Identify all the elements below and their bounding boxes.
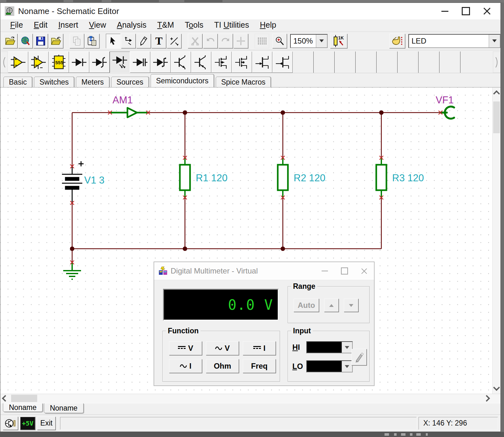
symbol-edit-button[interactable] bbox=[167, 34, 181, 48]
component-zener-diode-button[interactable] bbox=[89, 52, 110, 73]
background-window-strip-right bbox=[501, 3, 504, 432]
import-file-button[interactable] bbox=[49, 34, 63, 48]
origin-button[interactable] bbox=[234, 34, 248, 48]
input-group: Input HI LO bbox=[288, 331, 370, 382]
open-file-button[interactable] bbox=[3, 34, 17, 48]
component-varicap-button[interactable] bbox=[130, 52, 150, 73]
menu-view[interactable]: View bbox=[84, 20, 112, 31]
exit-button[interactable]: Exit bbox=[37, 417, 56, 430]
schematic-canvas[interactable]: AM1 VF1 V1 3 R1 120 R2 120 R3 120 bbox=[0, 87, 501, 394]
component-pnp-button[interactable] bbox=[191, 52, 211, 73]
function-dc-volts-button[interactable]: V bbox=[169, 341, 202, 355]
menu-tm[interactable]: T&M bbox=[152, 20, 180, 31]
menu-insert[interactable]: Insert bbox=[53, 20, 84, 31]
function-freq-button[interactable]: Freq bbox=[243, 359, 276, 373]
zoom-level-dropdown[interactable] bbox=[316, 35, 327, 47]
paste-button[interactable] bbox=[85, 34, 99, 48]
symbol-edit-icon bbox=[169, 36, 179, 46]
component-select-combo[interactable]: LED bbox=[408, 34, 501, 48]
component-opamp-button[interactable] bbox=[8, 52, 28, 73]
vertical-scroll-thumb[interactable] bbox=[493, 101, 500, 133]
input-lo-dropdown[interactable] bbox=[342, 361, 352, 372]
component-jfet-n-button[interactable] bbox=[252, 52, 272, 73]
vertical-scrollbar[interactable] bbox=[492, 87, 501, 394]
zoom-button[interactable] bbox=[272, 34, 287, 48]
grid-toggle-button[interactable] bbox=[255, 34, 269, 48]
open-web-button[interactable] bbox=[18, 34, 33, 48]
copy-button[interactable] bbox=[70, 34, 84, 48]
component-diode-button[interactable] bbox=[69, 52, 89, 73]
menu-help[interactable]: Help bbox=[255, 20, 282, 31]
function-dc-amps-button[interactable]: I bbox=[243, 341, 276, 355]
maximize-icon bbox=[341, 267, 348, 274]
close-button[interactable] bbox=[476, 4, 497, 18]
maximize-button[interactable] bbox=[455, 4, 476, 18]
power-5v-button[interactable]: +5V bbox=[20, 417, 35, 430]
range-auto-button[interactable]: Auto bbox=[294, 299, 319, 312]
menu-file[interactable]: File bbox=[5, 20, 28, 31]
menu-analysis[interactable]: Analysis bbox=[112, 20, 152, 31]
component-bar: 555 bbox=[0, 50, 501, 73]
opamp-power-icon bbox=[31, 55, 46, 70]
tab-switches[interactable]: Switches bbox=[34, 77, 74, 87]
multimeter-minimize-button[interactable] bbox=[315, 265, 335, 277]
cut-button[interactable] bbox=[188, 34, 202, 48]
tab-semiconductors[interactable]: Semiconductors bbox=[151, 74, 214, 87]
component-npn-button[interactable] bbox=[171, 52, 191, 73]
maximize-icon bbox=[462, 7, 470, 15]
multimeter-maximize-button[interactable] bbox=[335, 265, 354, 277]
component-jfet-p-button[interactable] bbox=[272, 52, 293, 73]
redo-icon bbox=[221, 37, 230, 45]
last-component-button[interactable]: 1K bbox=[330, 34, 347, 48]
horizontal-scroll-thumb[interactable] bbox=[11, 395, 37, 402]
tab-meters[interactable]: Meters bbox=[76, 77, 109, 87]
function-ac-amps-button[interactable]: I bbox=[169, 359, 202, 373]
zoom-level-combo[interactable]: 150% bbox=[290, 34, 328, 48]
save-button[interactable] bbox=[33, 34, 48, 48]
menu-edit[interactable]: Edit bbox=[28, 20, 53, 31]
doc-tab-noname-1[interactable]: Noname bbox=[3, 403, 43, 412]
component-555-timer-button[interactable]: 555 bbox=[49, 52, 69, 73]
input-hi-combo[interactable] bbox=[306, 341, 353, 353]
scroll-down-button[interactable] bbox=[493, 385, 501, 390]
multimeter-title-bar[interactable]: Digital Multimeter - Virtual bbox=[154, 262, 374, 280]
tab-spice-macros[interactable]: Spice Macros bbox=[216, 77, 271, 87]
component-scroll-right[interactable] bbox=[493, 52, 501, 73]
function-ac-volts-button[interactable]: V bbox=[206, 341, 239, 355]
redo-button[interactable] bbox=[218, 34, 233, 48]
horizontal-scrollbar[interactable] bbox=[0, 394, 501, 403]
transistor-mode-button[interactable] bbox=[3, 417, 18, 430]
scroll-left-button[interactable] bbox=[3, 396, 8, 402]
input-lo-combo[interactable] bbox=[306, 360, 353, 372]
scroll-up-button[interactable] bbox=[493, 91, 501, 96]
resistor3-label: R3 120 bbox=[392, 172, 424, 184]
function-ohm-button[interactable]: Ohm bbox=[206, 359, 239, 373]
find-component-button[interactable] bbox=[389, 34, 405, 48]
tab-sources[interactable]: Sources bbox=[111, 77, 149, 87]
probe-select-button[interactable] bbox=[351, 349, 367, 365]
pencil-tool-button[interactable] bbox=[136, 34, 151, 48]
app-icon bbox=[5, 6, 14, 16]
range-down-button[interactable] bbox=[344, 299, 358, 312]
wire-tool-button[interactable] bbox=[121, 34, 136, 48]
pointer-tool-button[interactable] bbox=[106, 34, 120, 48]
tab-basic[interactable]: Basic bbox=[3, 77, 32, 87]
component-led-button[interactable] bbox=[110, 52, 130, 73]
scroll-right-button[interactable] bbox=[484, 396, 489, 402]
multimeter-close-button[interactable] bbox=[354, 265, 374, 277]
component-select-dropdown[interactable] bbox=[489, 35, 500, 47]
component-scroll-left[interactable] bbox=[0, 52, 8, 73]
range-up-button[interactable] bbox=[324, 299, 339, 312]
doc-tab-noname-2[interactable]: Noname bbox=[44, 403, 84, 413]
component-opamp-power-button[interactable] bbox=[28, 52, 49, 73]
component-schottky-diode-button[interactable] bbox=[150, 52, 171, 73]
menu-tools[interactable]: Tools bbox=[180, 20, 209, 31]
cursor-coordinates: X: 146 Y: 296 bbox=[419, 417, 498, 430]
component-nmos-button[interactable] bbox=[211, 52, 232, 73]
menu-ti-utilities[interactable]: TI Utilities bbox=[209, 20, 255, 31]
input-hi-dropdown[interactable] bbox=[342, 342, 352, 353]
minimize-button[interactable] bbox=[434, 4, 455, 18]
text-tool-button[interactable]: T bbox=[152, 34, 166, 48]
component-pmos-button[interactable] bbox=[232, 52, 252, 73]
undo-button[interactable] bbox=[203, 34, 218, 48]
